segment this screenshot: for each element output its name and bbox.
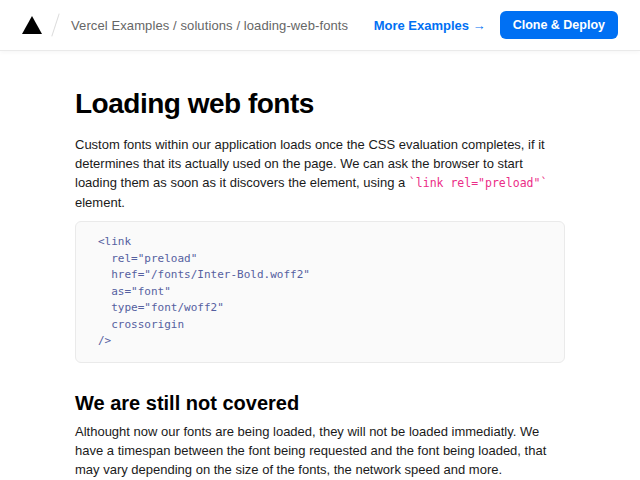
vercel-logo-icon[interactable]: [22, 16, 42, 34]
more-examples-link[interactable]: More Examples →: [374, 18, 486, 33]
content-area: Loading web fonts Custom fonts within ou…: [75, 51, 565, 480]
intro-text-after: element.: [75, 195, 125, 210]
intro-paragraph: Custom fonts within our application load…: [75, 135, 565, 212]
section-heading: We are still not covered: [75, 390, 565, 416]
code-block-content: <link rel="preload" href="/fonts/Inter-B…: [98, 234, 542, 350]
section-paragraph-1: Althought now our fonts are being loaded…: [75, 422, 565, 479]
inline-code-link-preload: `link rel="preload"`: [409, 176, 547, 190]
page-title: Loading web fonts: [75, 87, 565, 121]
top-navigation-bar: Vercel Examples / solutions / loading-we…: [0, 0, 640, 51]
clone-deploy-button[interactable]: Clone & Deploy: [500, 11, 618, 39]
header-actions: More Examples → Clone & Deploy: [374, 11, 618, 39]
slash-divider: [51, 13, 59, 36]
breadcrumb: Vercel Examples / solutions / loading-we…: [71, 18, 348, 33]
code-block: <link rel="preload" href="/fonts/Inter-B…: [75, 221, 565, 363]
